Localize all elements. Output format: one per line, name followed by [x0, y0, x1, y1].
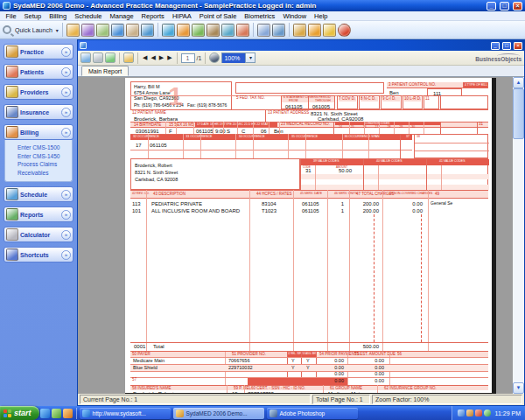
- sidebar-item-calculator[interactable]: Calculator »: [4, 227, 74, 242]
- first-page-button[interactable]: ◀: [142, 52, 148, 63]
- refresh-icon[interactable]: [105, 52, 116, 63]
- menu-file[interactable]: File: [2, 11, 20, 21]
- prev-page-button[interactable]: ◀: [150, 52, 156, 63]
- print-icon[interactable]: [93, 52, 103, 63]
- chevron-down-icon[interactable]: »: [61, 88, 71, 97]
- menu-help[interactable]: Help: [311, 11, 332, 21]
- quicklaunch-media-icon[interactable]: [63, 409, 73, 418]
- chevron-down-icon[interactable]: »: [61, 250, 71, 260]
- tray-network-icon[interactable]: [458, 410, 465, 416]
- chevron-up-icon[interactable]: »: [61, 128, 71, 137]
- occurrence-date: 061105: [150, 143, 167, 148]
- menu-biometrics[interactable]: Biometrics: [241, 11, 279, 21]
- report-minimize-button[interactable]: _: [491, 42, 500, 50]
- fed-tax-label: 5 FED. TAX NO.: [236, 96, 265, 101]
- scrollbar-thumb[interactable]: [513, 88, 524, 139]
- last-page-button[interactable]: ▶: [166, 52, 172, 63]
- scroll-up-icon[interactable]: ▲: [513, 77, 524, 88]
- quicklaunch-desktop-icon[interactable]: [52, 409, 61, 418]
- sidebar-link-enter-cms-1500[interactable]: Enter CMS-1500: [18, 144, 72, 152]
- sidebar-item-practice[interactable]: Practice »: [4, 44, 74, 60]
- menu-manage[interactable]: Manage: [106, 11, 137, 21]
- quick-launch-label[interactable]: Quick Launch: [13, 27, 54, 33]
- tab-main-report[interactable]: Main Report: [81, 66, 129, 76]
- task-photoshop[interactable]: Adobe Photoshop: [267, 408, 358, 419]
- next-page-button[interactable]: ▶: [158, 52, 164, 63]
- insured-cert: 787747789: [248, 391, 274, 394]
- scroll-down-icon[interactable]: ▼: [513, 382, 524, 394]
- cpt-codes-icon[interactable]: [66, 24, 80, 37]
- menu-point-of-sale[interactable]: Point of Sale: [195, 11, 241, 21]
- sidebar-link-process-claims[interactable]: Process Claims: [18, 160, 72, 169]
- minimize-button[interactable]: _: [486, 2, 496, 10]
- monitor-icon[interactable]: [308, 24, 321, 37]
- search-binoculars-icon[interactable]: [209, 52, 220, 63]
- chevron-down-icon[interactable]: ▾: [56, 27, 59, 33]
- sidebar-link-receivables[interactable]: Receivables: [18, 169, 72, 178]
- sidebar-item-schedule[interactable]: Schedule »: [4, 186, 74, 202]
- chevron-down-icon[interactable]: »: [61, 47, 71, 57]
- sidebar-item-patients[interactable]: Patients »: [4, 64, 74, 80]
- chevron-down-icon[interactable]: »: [61, 108, 71, 117]
- search-icon[interactable]: [3, 25, 11, 34]
- menu-window[interactable]: Window: [279, 11, 311, 21]
- taskbar: start http://www.sydasoft... SydaMED 200…: [0, 406, 525, 420]
- staff-icon[interactable]: [236, 24, 249, 37]
- export-icon[interactable]: [80, 52, 91, 63]
- patient-lookup-icon[interactable]: [111, 24, 124, 37]
- sidebar-item-providers[interactable]: Providers »: [4, 84, 74, 100]
- sidebar-link-enter-cms-1450[interactable]: Enter CMS-1450: [18, 152, 72, 161]
- tray-volume-icon[interactable]: [466, 410, 473, 416]
- superbill-icon[interactable]: [96, 24, 109, 37]
- quicklaunch-ie-icon[interactable]: [40, 409, 50, 418]
- chevron-down-icon[interactable]: »: [61, 210, 71, 220]
- report-title-bar: _ □ ×: [78, 40, 524, 51]
- report-restore-button[interactable]: □: [502, 42, 511, 50]
- start-button[interactable]: start: [0, 406, 39, 420]
- charts-icon[interactable]: [293, 24, 306, 37]
- vertical-scrollbar[interactable]: ▲ ▼: [513, 77, 524, 394]
- lock-icon[interactable]: [323, 24, 336, 37]
- sidebar-item-billing[interactable]: Billing »: [4, 124, 74, 140]
- billing-icon: [6, 126, 18, 138]
- help-icon[interactable]: [338, 24, 351, 37]
- tray-antivirus-icon[interactable]: [475, 410, 482, 416]
- chevron-down-icon[interactable]: »: [61, 190, 71, 200]
- zoom-combobox[interactable]: 100% ▾: [221, 52, 256, 63]
- menu-reports[interactable]: Reports: [137, 11, 168, 21]
- menu-hipaa[interactable]: HIPAA: [168, 11, 195, 21]
- payments-icon[interactable]: [177, 24, 190, 37]
- eligibility-icon[interactable]: [162, 24, 175, 37]
- task-sydamed[interactable]: SydaMED 2006 Demo...: [173, 408, 264, 419]
- due-prior: 0.00: [318, 379, 344, 384]
- appointments-icon[interactable]: [257, 24, 270, 37]
- tray-status-icon[interactable]: [484, 410, 491, 416]
- terminal-icon[interactable]: [221, 24, 234, 37]
- workstation-icon[interactable]: [141, 24, 154, 37]
- group-tree-icon[interactable]: [123, 52, 134, 63]
- sidebar-item-insurance[interactable]: Insurance »: [4, 104, 74, 120]
- guarantor-box: Broderick, Robert 8321 N. Sixth Street C…: [130, 158, 300, 190]
- maximize-button[interactable]: □: [500, 2, 509, 10]
- menu-billing[interactable]: Billing: [46, 11, 71, 21]
- page-number-box[interactable]: 1: [181, 53, 195, 63]
- sidebar-item-shortcuts[interactable]: Shortcuts »: [4, 247, 74, 262]
- chevron-down-icon[interactable]: »: [61, 67, 71, 77]
- task-browser[interactable]: http://www.sydasoft...: [80, 408, 171, 419]
- menu-schedule[interactable]: Schedule: [71, 11, 106, 21]
- type-of-bill-header: 4 TYPE OF BILL: [463, 82, 488, 88]
- provider-notes-icon[interactable]: [126, 24, 139, 37]
- calendar-icon[interactable]: [272, 24, 285, 37]
- zoom-dropdown-icon[interactable]: ▾: [245, 53, 255, 62]
- providers-icon: [6, 86, 18, 98]
- chevron-down-icon[interactable]: »: [61, 230, 71, 240]
- documents-icon[interactable]: [206, 24, 220, 37]
- menu-setup[interactable]: Setup: [20, 11, 46, 21]
- close-button[interactable]: ×: [513, 2, 522, 10]
- report-close-button[interactable]: ×: [514, 42, 522, 50]
- zoom-value[interactable]: 100%: [222, 53, 245, 63]
- icd-codes-icon[interactable]: [81, 24, 94, 37]
- current-page-status: Current Page No.: 1: [80, 395, 311, 404]
- ledger-icon[interactable]: [192, 24, 205, 37]
- sidebar-item-reports[interactable]: Reports »: [4, 206, 74, 222]
